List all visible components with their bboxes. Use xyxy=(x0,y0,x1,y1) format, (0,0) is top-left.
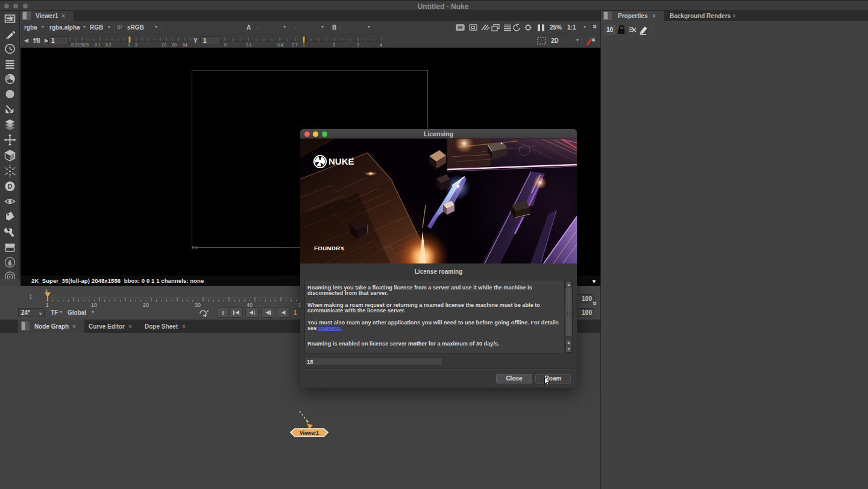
svg-text:1: 1 xyxy=(303,43,305,47)
svg-text:0.7: 0.7 xyxy=(292,43,298,47)
svg-text:4: 4 xyxy=(380,43,382,47)
svg-text:NUKE: NUKE xyxy=(329,156,354,166)
svg-text:0.2: 0.2 xyxy=(105,43,112,47)
svg-text:Viewer1: Viewer1 xyxy=(300,430,319,436)
svg-text:1: 1 xyxy=(46,302,49,308)
svg-text:10: 10 xyxy=(91,302,97,308)
svg-text:0.1: 0.1 xyxy=(95,43,101,47)
svg-text:20: 20 xyxy=(143,302,149,308)
svg-text:0.4: 0.4 xyxy=(277,43,283,47)
svg-text:10: 10 xyxy=(162,43,166,47)
svg-text:2: 2 xyxy=(333,43,335,47)
svg-text:FOUNDRY: FOUNDRY xyxy=(314,245,344,251)
svg-text:D: D xyxy=(8,183,13,190)
svg-text:64: 64 xyxy=(183,43,187,47)
svg-text:40: 40 xyxy=(247,302,253,308)
svg-text:0.019525: 0.019525 xyxy=(71,43,89,47)
svg-text:1: 1 xyxy=(45,288,48,293)
svg-text:0: 0 xyxy=(224,43,227,47)
svg-text:0.1: 0.1 xyxy=(246,43,252,47)
svg-text:1: 1 xyxy=(128,43,130,47)
svg-text:30: 30 xyxy=(195,302,201,308)
svg-text:3: 3 xyxy=(357,43,359,47)
svg-text:2: 2 xyxy=(135,43,137,47)
svg-text:20: 20 xyxy=(172,43,177,47)
